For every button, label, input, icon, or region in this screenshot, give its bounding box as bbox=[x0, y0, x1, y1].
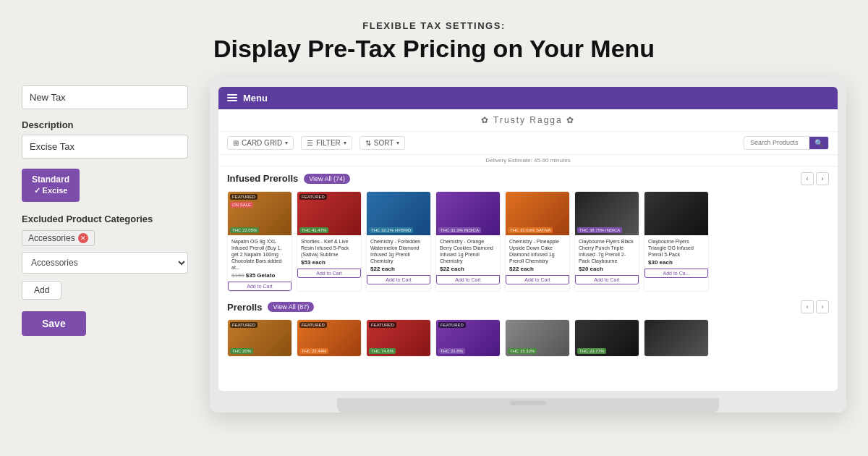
product-image: FEATURED THC 20% bbox=[228, 320, 292, 356]
thc-badge: THC 22.44% bbox=[299, 348, 328, 354]
product-price: $20 each bbox=[579, 266, 635, 272]
thc-badge: THC 22.05% bbox=[230, 227, 259, 233]
infused-prerolls-header: Infused Prerolls View All (74) ‹ › bbox=[227, 172, 829, 185]
featured-badge: FEATURED bbox=[230, 322, 258, 328]
page-header: FLEXIBLE TAX SETTINGS: Display Pre-Tax P… bbox=[0, 0, 868, 78]
remove-tag-button[interactable]: ✕ bbox=[78, 233, 88, 243]
list-item: FEATURED THC 74.6% bbox=[366, 319, 431, 357]
search-input[interactable] bbox=[744, 137, 809, 148]
product-price: $169$35 Gelato bbox=[231, 272, 288, 279]
thc-badge: THC 31.3% INDICA bbox=[438, 227, 481, 233]
excise-toggle-button[interactable]: Standard ✓ Excise bbox=[22, 169, 80, 202]
accessories-tag: Accessories ✕ bbox=[22, 230, 95, 246]
add-to-cart-button[interactable]: Add to Ca... bbox=[644, 269, 708, 278]
product-name: Chemistry - Forbidden Watermelon Diamond… bbox=[370, 238, 427, 264]
save-button[interactable]: Save bbox=[22, 311, 86, 336]
thc-badge: THC 38.75% INDICA bbox=[577, 227, 622, 233]
thc-badge: THC 41.47% bbox=[299, 227, 328, 233]
list-item: FEATURED THC 21.8% bbox=[435, 319, 501, 357]
thc-badge: THC 21.8% bbox=[438, 348, 465, 354]
search-bar: 🔍 bbox=[744, 136, 829, 150]
prerolls-header: Prerolls View All (87) ‹ › bbox=[227, 300, 829, 313]
infused-prerolls-section: Infused Prerolls View All (74) ‹ › FEATU… bbox=[218, 166, 838, 295]
list-item: THC 31.3% INDICA Chemistry - Orange Berr… bbox=[435, 191, 501, 292]
add-to-cart-button[interactable]: Add to Cart bbox=[575, 275, 639, 284]
add-category-button[interactable]: Add bbox=[22, 281, 61, 300]
filter-button[interactable]: ☰ FILTER ▾ bbox=[301, 136, 352, 150]
add-to-cart-button[interactable]: Add to Cart bbox=[297, 269, 361, 278]
hamburger-icon bbox=[227, 94, 237, 101]
prerolls-title: Prerolls bbox=[227, 302, 262, 313]
product-image: THC 38.75% INDICA bbox=[575, 192, 639, 235]
featured-badge: FEATURED bbox=[299, 194, 327, 200]
product-price: $53 each bbox=[301, 259, 357, 266]
search-button[interactable]: 🔍 bbox=[809, 137, 828, 149]
browser-bar: Menu bbox=[218, 87, 838, 109]
laptop-base bbox=[337, 398, 719, 413]
infused-prerolls-next[interactable]: › bbox=[816, 172, 829, 185]
infused-prerolls-prev[interactable]: ‹ bbox=[801, 172, 814, 185]
product-image: THC 32.2% HYBRID bbox=[367, 192, 430, 235]
add-to-cart-button[interactable]: Add to Cart bbox=[506, 275, 569, 284]
product-image: THC 15.32% bbox=[506, 320, 569, 356]
featured-badge: FEATURED bbox=[369, 322, 396, 328]
list-item: FEATURED THC 22.44% bbox=[297, 319, 362, 357]
list-item: THC 38.75% INDICA Claybourne Flyers Blac… bbox=[574, 191, 639, 292]
tax-name-input[interactable] bbox=[22, 85, 188, 109]
add-to-cart-button[interactable]: Add to Cart bbox=[228, 282, 292, 291]
sort-button[interactable]: ⇅ SORT ▾ bbox=[359, 136, 406, 150]
thc-badge: THC 23.77% bbox=[577, 348, 606, 354]
prerolls-prev[interactable]: ‹ bbox=[801, 300, 814, 313]
product-price: $22 each bbox=[509, 266, 566, 272]
category-dropdown[interactable]: Accessories bbox=[22, 252, 188, 274]
product-info: Claybourne Flyers Triangle OG Infused Pr… bbox=[644, 235, 708, 269]
description-input[interactable] bbox=[22, 135, 188, 159]
product-price: $22 each bbox=[370, 266, 427, 272]
add-to-cart-button[interactable]: Add to Cart bbox=[367, 275, 430, 284]
delivery-estimate: Delivery Estimate: 45-90 minutes bbox=[218, 155, 838, 166]
tag-label: Accessories bbox=[28, 233, 75, 243]
thc-badge: THC 15.32% bbox=[508, 348, 537, 354]
thc-badge: THC 32.2% HYBRID bbox=[369, 227, 413, 233]
product-name: Napalm OG 8g XXL Infused Preroll (Buy 1,… bbox=[231, 238, 288, 271]
thc-badge: THC 20% bbox=[230, 348, 253, 354]
list-item: THC 32.2% HYBRID Chemistry - Forbidden W… bbox=[366, 191, 431, 292]
product-image bbox=[644, 192, 708, 235]
prerolls-nav: ‹ › bbox=[801, 300, 829, 313]
product-image: THC 31.3% INDICA bbox=[436, 192, 500, 235]
prerolls-next[interactable]: › bbox=[816, 300, 829, 313]
product-name: Chemistry - Orange Berry Cookies Diamond… bbox=[440, 238, 496, 264]
product-info: Claybourne Flyers Black Cherry Punch Tri… bbox=[575, 235, 639, 275]
thc-badge: THC 31.03% SATIVA bbox=[508, 227, 553, 233]
featured-badge: FEATURED bbox=[438, 322, 466, 328]
product-info: Chemistry - Forbidden Watermelon Diamond… bbox=[367, 235, 430, 275]
product-info: Napalm OG 8g XXL Infused Preroll (Buy 1,… bbox=[228, 235, 292, 282]
filter-bar: ⊞ CARD GRID ▾ ☰ FILTER ▾ ⇅ SORT ▾ 🔍 bbox=[218, 132, 838, 155]
add-to-cart-button[interactable]: Add to Cart bbox=[436, 275, 500, 284]
featured-badge: FEATURED bbox=[299, 322, 327, 328]
product-image bbox=[644, 320, 708, 356]
product-image: THC 23.77% bbox=[575, 320, 639, 356]
laptop-screen: Menu ✿ Trusty Ragga ✿ ⊞ CARD GRID ▾ ☰ FI… bbox=[218, 87, 838, 391]
header-title: Display Pre-Tax Pricing on Your Menu bbox=[14, 34, 854, 64]
product-image: FEATURED THC 21.8% bbox=[436, 320, 500, 356]
product-name: Claybourne Flyers Black Cherry Punch Tri… bbox=[579, 238, 635, 264]
toggle-group: Standard ✓ Excise bbox=[22, 169, 80, 202]
product-info: Chemistry - Pineapple Upside Down Cake D… bbox=[506, 235, 569, 275]
sale-badge: ON SALE bbox=[230, 202, 253, 208]
store-name: ✿ Trusty Ragga ✿ bbox=[218, 109, 838, 132]
laptop-frame: Menu ✿ Trusty Ragga ✿ ⊞ CARD GRID ▾ ☰ FI… bbox=[210, 78, 846, 413]
infused-prerolls-products: FEATURED ON SALE THC 22.05% Napalm OG 8g… bbox=[227, 191, 829, 292]
tag-row: Accessories ✕ bbox=[22, 230, 188, 246]
toggle-line1: Standard bbox=[32, 174, 69, 185]
infused-prerolls-nav: ‹ › bbox=[801, 172, 829, 185]
product-name: Chemistry - Pineapple Upside Down Cake D… bbox=[509, 238, 566, 264]
prerolls-view-all[interactable]: View All (87) bbox=[268, 302, 314, 312]
list-item: THC 31.03% SATIVA Chemistry - Pineapple … bbox=[505, 191, 570, 292]
product-info: Chemistry - Orange Berry Cookies Diamond… bbox=[436, 235, 500, 275]
product-image: THC 31.03% SATIVA bbox=[506, 192, 569, 235]
excluded-categories-label: Excluded Product Categories bbox=[22, 214, 188, 224]
list-item: FEATURED ON SALE THC 22.05% Napalm OG 8g… bbox=[227, 191, 292, 292]
infused-prerolls-view-all[interactable]: View All (74) bbox=[304, 174, 350, 184]
card-grid-button[interactable]: ⊞ CARD GRID ▾ bbox=[227, 136, 294, 150]
